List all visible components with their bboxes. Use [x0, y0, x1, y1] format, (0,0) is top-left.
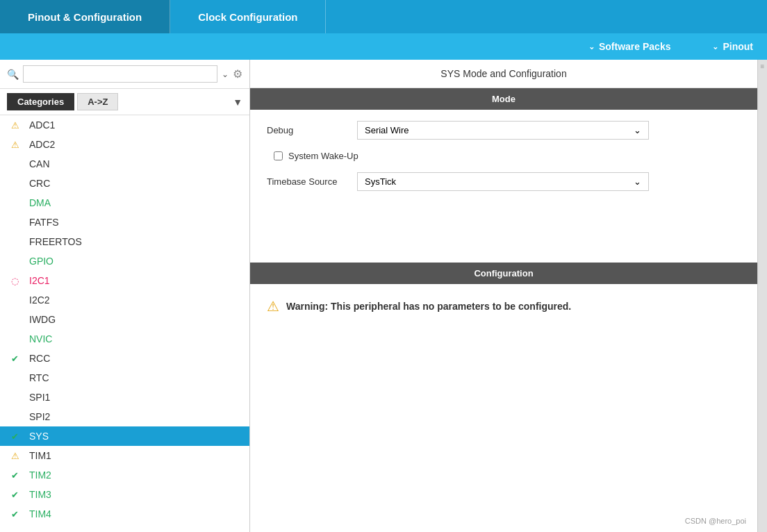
list-item-label: TIM4 [29, 508, 51, 519]
gear-icon[interactable]: ⚙ [233, 67, 242, 81]
chevron-down-icon: ⌄ [712, 42, 718, 51]
tab-az[interactable]: A->Z [77, 93, 118, 110]
list-item-label: GPIO [29, 256, 53, 267]
list-item-label: FATFS [29, 217, 59, 228]
mode-content: Debug Serial Wire ⌄ System Wake-Up Timeb… [250, 110, 757, 249]
check-icon: ✔ [11, 431, 19, 442]
list-item-label: IWDG [29, 314, 56, 325]
no-icon [11, 198, 14, 208]
list-item-label: SYS [29, 431, 49, 442]
error-icon: ◌ [11, 276, 19, 286]
right-scrollbar-handle[interactable]: ≡ [757, 60, 767, 532]
warning-icon: ⚠ [11, 120, 19, 131]
list-item-label: TIM2 [29, 469, 51, 481]
list-item-label: CAN [29, 158, 50, 169]
timebase-select[interactable]: SysTick ⌄ [357, 172, 649, 191]
no-icon [11, 295, 14, 306]
list-item[interactable]: CAN [0, 154, 249, 174]
list-item[interactable]: ✔RCC [0, 349, 249, 368]
no-icon [11, 373, 14, 383]
main-layout: 🔍 ⌄ ⚙ Categories A->Z ▼ ⚠ADC1⚠ADC2 CAN C… [0, 60, 767, 532]
list-item[interactable]: SPI2 [0, 407, 249, 426]
warning-icon: ⚠ [11, 140, 19, 150]
list-item-label: I2C1 [29, 275, 50, 286]
no-icon [11, 392, 14, 403]
list-item-label: SPI2 [29, 411, 50, 422]
check-icon: ✔ [11, 354, 19, 364]
no-icon [11, 217, 14, 228]
list-item[interactable]: I2C2 [0, 290, 249, 310]
warning-icon: ⚠ [11, 451, 19, 461]
debug-label: Debug [267, 125, 357, 135]
list-item[interactable]: ✔TIM4 [0, 504, 249, 524]
list-item-label: ADC2 [29, 139, 55, 150]
list-item[interactable]: IWDG [0, 310, 249, 329]
list-item-label: SPI1 [29, 392, 50, 403]
sidebar: 🔍 ⌄ ⚙ Categories A->Z ▼ ⚠ADC1⚠ADC2 CAN C… [0, 60, 250, 532]
category-tabs: Categories A->Z ▼ [0, 89, 249, 115]
system-wakeup-label: System Wake-Up [288, 151, 358, 161]
list-item[interactable]: FATFS [0, 213, 249, 232]
warning-box: ⚠ Warning: This peripheral has no parame… [267, 298, 741, 315]
list-item-label: NVIC [29, 333, 52, 344]
system-wakeup-row: System Wake-Up [267, 151, 741, 161]
list-item-label: ADC1 [29, 119, 55, 131]
list-item[interactable]: ✔TIM2 [0, 465, 249, 485]
timebase-row: Timebase Source SysTick ⌄ [267, 172, 741, 191]
tab-categories[interactable]: Categories [7, 93, 74, 110]
list-item-label: I2C2 [29, 294, 50, 306]
no-icon [11, 412, 14, 422]
list-item-label: TIM1 [29, 450, 51, 461]
handle-dots-icon: ≡ [761, 63, 765, 71]
list-item[interactable]: FREERTOS [0, 232, 249, 251]
timebase-label: Timebase Source [267, 176, 357, 187]
no-icon [11, 237, 14, 247]
no-icon [11, 159, 14, 169]
top-bar: Pinout & Configuration Clock Configurati… [0, 0, 767, 33]
chevron-down-icon: ⌄ [634, 176, 641, 187]
list-item[interactable]: ✔TIM3 [0, 485, 249, 504]
tab-pinout-configuration[interactable]: Pinout & Configuration [0, 0, 170, 33]
no-icon [11, 334, 14, 344]
list-item[interactable]: ✔SYS [0, 426, 249, 446]
content-area: SYS Mode and Configuration Mode Debug Se… [250, 60, 757, 532]
warning-text: Warning: This peripheral has no paramete… [286, 301, 571, 312]
system-wakeup-checkbox[interactable] [274, 151, 283, 160]
list-item[interactable]: ⚠ADC1 [0, 115, 249, 135]
debug-row: Debug Serial Wire ⌄ [267, 121, 741, 140]
check-icon: ✔ [11, 470, 19, 481]
debug-select[interactable]: Serial Wire ⌄ [357, 121, 649, 140]
list-item[interactable]: GPIO [0, 251, 249, 271]
list-item[interactable]: SPI1 [0, 388, 249, 407]
no-icon [11, 178, 14, 189]
list-item-label: DMA [29, 197, 51, 208]
check-icon: ✔ [11, 509, 19, 519]
list-item-label: FREERTOS [29, 236, 82, 247]
second-bar: ⌄ Software Packs ⌄ Pinout [0, 33, 767, 60]
list-item[interactable]: NVIC [0, 329, 249, 349]
config-section: Configuration ⚠ Warning: This peripheral… [250, 263, 757, 329]
list-item-label: RTC [29, 372, 49, 383]
sort-icon[interactable]: ▼ [233, 97, 242, 108]
search-bar: 🔍 ⌄ ⚙ [0, 60, 249, 89]
list-item[interactable]: ⚠TIM1 [0, 446, 249, 465]
search-input[interactable] [23, 65, 217, 83]
mode-section-header: Mode [250, 88, 757, 110]
list-item[interactable]: CRC [0, 174, 249, 193]
chevron-down-icon: ⌄ [588, 42, 595, 51]
tab-clock-configuration[interactable]: Clock Configuration [170, 0, 326, 33]
list-item-label: CRC [29, 178, 50, 189]
config-section-header: Configuration [250, 263, 757, 284]
no-icon [11, 256, 14, 267]
list-item[interactable]: RTC [0, 368, 249, 388]
search-icon: 🔍 [7, 69, 19, 80]
check-icon: ✔ [11, 490, 19, 500]
list-item[interactable]: ◌I2C1 [0, 271, 249, 290]
list-item[interactable]: ⚠ADC2 [0, 135, 249, 154]
pinout-button[interactable]: ⌄ Pinout [712, 41, 753, 52]
warning-icon: ⚠ [267, 298, 279, 315]
content-title: SYS Mode and Configuration [250, 60, 757, 88]
list-item[interactable]: DMA [0, 193, 249, 213]
search-dropdown-button[interactable]: ⌄ [222, 69, 229, 79]
software-packs-button[interactable]: ⌄ Software Packs [588, 41, 671, 52]
